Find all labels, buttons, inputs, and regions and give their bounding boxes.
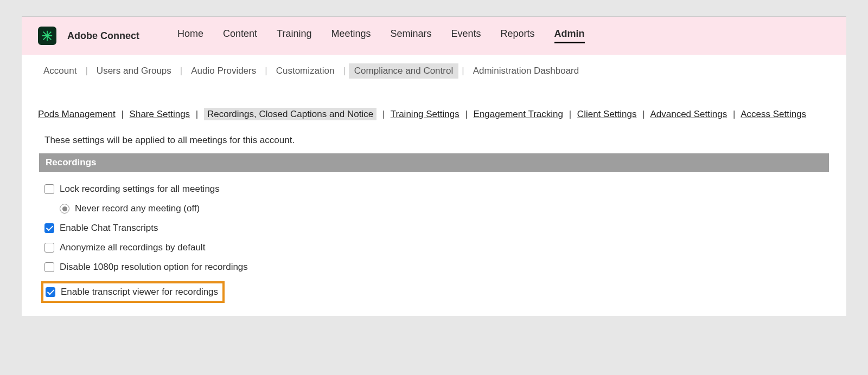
highlighted-setting: Enable transcript viewer for recordings <box>44 277 824 303</box>
checkbox-enable-transcript-viewer[interactable] <box>46 287 55 297</box>
label-anonymize-all: Anonymize all recordings by default <box>60 242 205 253</box>
subnav-admin-dashboard[interactable]: Administration Dashboard <box>468 63 585 79</box>
divider-icon: | <box>639 109 648 119</box>
subnav-account[interactable]: Account <box>38 63 82 79</box>
subnav-users-groups[interactable]: Users and Groups <box>91 63 177 79</box>
tab-advanced-settings[interactable]: Advanced Settings <box>650 109 727 119</box>
tab-recordings-cc-notice[interactable]: Recordings, Closed Captions and Notice <box>204 108 376 120</box>
page-description: These settings will be applied to all me… <box>22 125 846 153</box>
divider-icon: | <box>177 66 186 76</box>
nav-seminars[interactable]: Seminars <box>390 28 431 43</box>
subnav-compliance-control[interactable]: Compliance and Control <box>349 63 458 79</box>
divider-icon: | <box>462 109 470 119</box>
setting-never-record: Never record any meeting (off) <box>44 199 824 218</box>
checkbox-lock-recording[interactable] <box>44 184 54 194</box>
divider-icon: | <box>193 109 201 119</box>
nav-content[interactable]: Content <box>223 28 257 43</box>
nav-training[interactable]: Training <box>277 28 311 43</box>
label-enable-chat-transcripts: Enable Chat Transcripts <box>60 223 158 234</box>
divider-icon: | <box>118 109 126 119</box>
primary-nav: Home Content Training Meetings Seminars … <box>177 28 585 43</box>
nav-meetings[interactable]: Meetings <box>331 28 371 43</box>
nav-events[interactable]: Events <box>451 28 481 43</box>
nav-reports[interactable]: Reports <box>501 28 535 43</box>
app-shell: Adobe Connect Home Content Training Meet… <box>22 16 846 316</box>
checkbox-enable-chat-transcripts[interactable] <box>44 223 54 233</box>
label-enable-transcript-viewer: Enable transcript viewer for recordings <box>61 287 218 298</box>
highlight-box: Enable transcript viewer for recordings <box>41 281 225 303</box>
tab-share-settings[interactable]: Share Settings <box>130 109 190 119</box>
radio-never-record[interactable] <box>60 204 69 214</box>
tertiary-nav: Pods Management | Share Settings | Recor… <box>22 87 846 125</box>
top-bar: Adobe Connect Home Content Training Meet… <box>22 17 846 55</box>
settings-list: Lock recording settings for all meetings… <box>22 172 846 316</box>
tab-engagement-tracking[interactable]: Engagement Tracking <box>474 109 563 119</box>
section-header-recordings: Recordings <box>39 153 829 172</box>
divider-icon: | <box>379 109 388 119</box>
checkbox-disable-1080p[interactable] <box>44 262 54 272</box>
divider-icon: | <box>458 66 467 76</box>
tab-pods-management[interactable]: Pods Management <box>38 109 116 119</box>
label-disable-1080p: Disable 1080p resolution option for reco… <box>60 262 248 273</box>
divider-icon: | <box>261 66 270 76</box>
divider-icon: | <box>340 66 348 76</box>
label-never-record: Never record any meeting (off) <box>75 203 200 214</box>
tab-client-settings[interactable]: Client Settings <box>577 109 637 119</box>
secondary-nav: Account | Users and Groups | Audio Provi… <box>22 55 846 87</box>
tab-training-settings[interactable]: Training Settings <box>391 109 459 119</box>
nav-admin[interactable]: Admin <box>554 28 585 43</box>
subnav-audio-providers[interactable]: Audio Providers <box>186 63 261 79</box>
tab-access-settings[interactable]: Access Settings <box>741 109 806 119</box>
setting-disable-1080p: Disable 1080p resolution option for reco… <box>44 257 824 277</box>
divider-icon: | <box>566 109 575 119</box>
divider-icon: | <box>730 109 738 119</box>
setting-enable-chat-transcripts: Enable Chat Transcripts <box>44 218 824 238</box>
nav-home[interactable]: Home <box>177 28 203 43</box>
app-title: Adobe Connect <box>67 30 139 42</box>
setting-lock-recording: Lock recording settings for all meetings <box>44 179 824 199</box>
setting-anonymize-all: Anonymize all recordings by default <box>44 238 824 257</box>
subnav-customization[interactable]: Customization <box>271 63 340 79</box>
label-lock-recording: Lock recording settings for all meetings <box>60 184 220 195</box>
divider-icon: | <box>82 66 91 76</box>
checkbox-anonymize-all[interactable] <box>44 243 54 253</box>
app-logo-icon <box>38 27 56 45</box>
